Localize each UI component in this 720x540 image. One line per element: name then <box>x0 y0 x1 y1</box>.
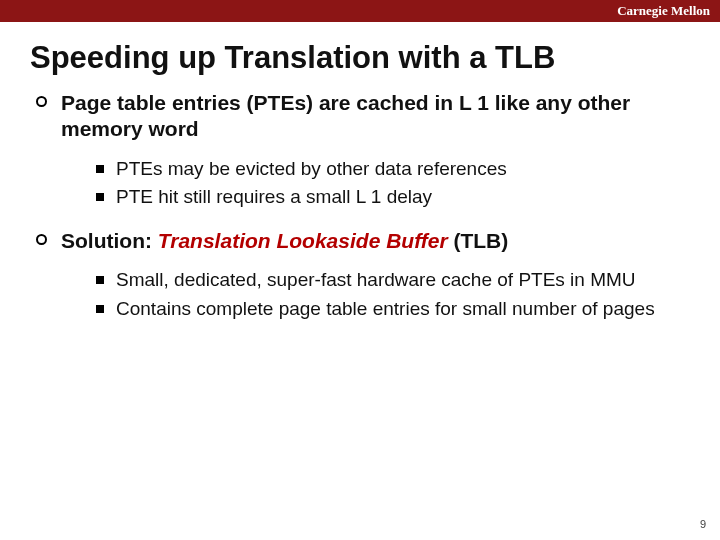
sub-item: Contains complete page table entries for… <box>96 297 690 322</box>
square-bullet-icon <box>96 276 104 284</box>
sub-text: Contains complete page table entries for… <box>116 297 655 322</box>
sub-list: Small, dedicated, super-fast hardware ca… <box>36 262 690 339</box>
solution-prefix: Solution: <box>61 229 158 252</box>
sub-list: PTEs may be evicted by other data refere… <box>36 151 690 228</box>
bullet-item: Page table entries (PTEs) are cached in … <box>36 90 690 143</box>
square-bullet-icon <box>96 305 104 313</box>
bullet-item: Solution: Translation Lookaside Buffer (… <box>36 228 690 254</box>
page-number: 9 <box>700 518 706 530</box>
sub-text: Small, dedicated, super-fast hardware ca… <box>116 268 636 293</box>
header-bar: Carnegie Mellon <box>0 0 720 22</box>
sub-text: PTEs may be evicted by other data refere… <box>116 157 507 182</box>
circle-bullet-icon <box>36 96 47 107</box>
sub-text: PTE hit still requires a small L 1 delay <box>116 185 432 210</box>
bullet-text: Solution: Translation Lookaside Buffer (… <box>61 228 508 254</box>
slide-title: Speeding up Translation with a TLB <box>0 22 720 90</box>
solution-suffix: (TLB) <box>448 229 509 252</box>
square-bullet-icon <box>96 165 104 173</box>
solution-emphasis: Translation Lookaside Buffer <box>158 229 448 252</box>
sub-item: PTEs may be evicted by other data refere… <box>96 157 690 182</box>
bullet-text: Page table entries (PTEs) are cached in … <box>61 90 690 143</box>
circle-bullet-icon <box>36 234 47 245</box>
sub-item: PTE hit still requires a small L 1 delay <box>96 185 690 210</box>
slide-content: Page table entries (PTEs) are cached in … <box>0 90 720 340</box>
square-bullet-icon <box>96 193 104 201</box>
brand-label: Carnegie Mellon <box>617 3 710 19</box>
slide: Carnegie Mellon Speeding up Translation … <box>0 0 720 540</box>
sub-item: Small, dedicated, super-fast hardware ca… <box>96 268 690 293</box>
